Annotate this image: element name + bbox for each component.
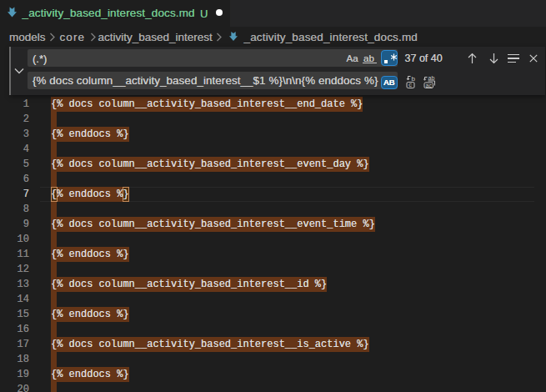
svg-text:ac: ac — [425, 82, 432, 88]
svg-text:ab: ab — [428, 76, 434, 81]
svg-text:c: c — [408, 81, 412, 88]
svg-text:b: b — [411, 76, 415, 83]
